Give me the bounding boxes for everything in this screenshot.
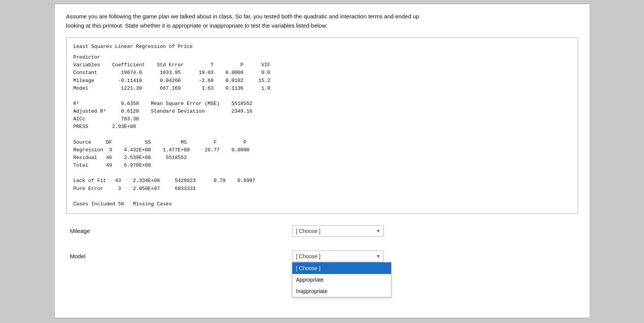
answer-section: Mileage [ Choose ] Appropriate Inappropr… [66, 225, 578, 262]
mileage-label: Mileage [70, 228, 292, 234]
intro-text: Assume you are following the game plan w… [66, 12, 578, 30]
regression-title: Least Squares Linear Regression of Price [73, 43, 571, 51]
model-dropdown-container: [ Choose ] Appropriate Inappropriate ▼ [… [292, 251, 384, 262]
mileage-dropdown-wrapper: [ Choose ] Appropriate Inappropriate ▼ [292, 225, 384, 237]
regression-content: Predictor Variables Coefficient Std Erro… [73, 54, 571, 208]
model-popup-item-inappropriate[interactable]: Inappropriate [292, 285, 391, 297]
page-container: Assume you are following the game plan w… [54, 4, 590, 318]
model-popup-item-appropriate[interactable]: Appropriate [292, 274, 391, 285]
model-answer-row: Model [ Choose ] Appropriate Inappropria… [70, 251, 574, 262]
mileage-answer-row: Mileage [ Choose ] Appropriate Inappropr… [70, 225, 574, 237]
model-popup-item-choose[interactable]: [ Choose ] [292, 262, 391, 274]
mileage-dropdown[interactable]: [ Choose ] Appropriate Inappropriate [292, 225, 384, 237]
model-dropdown[interactable]: [ Choose ] Appropriate Inappropriate [292, 251, 384, 262]
model-dropdown-popup: [ Choose ] Appropriate Inappropriate [292, 262, 391, 297]
model-label: Model [70, 253, 292, 259]
regression-box: Least Squares Linear Regression of Price… [66, 37, 578, 214]
